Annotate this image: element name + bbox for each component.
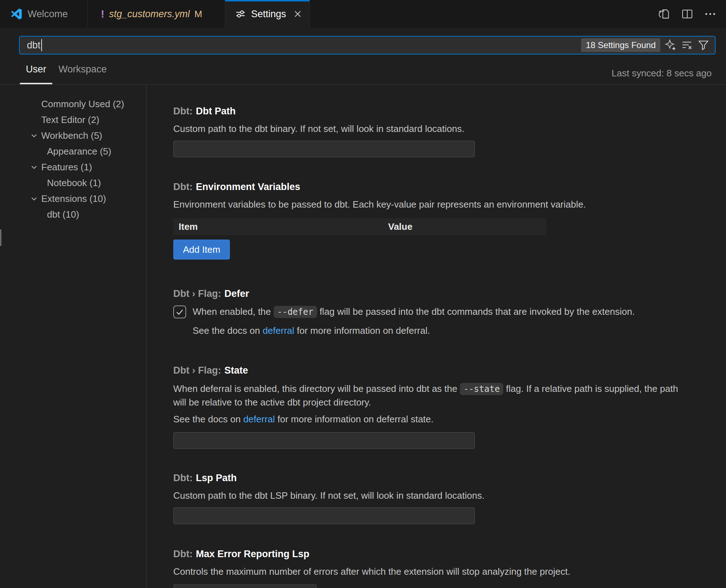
text-cursor [41, 39, 42, 51]
chevron-down-icon [30, 163, 38, 171]
toc-item-commonly-used[interactable]: Commonly Used (2) [0, 96, 146, 112]
setting-description: When enabled, the --defer flag will be p… [193, 305, 635, 318]
settings-toc: Commonly Used (2) Text Editor (2) Workbe… [0, 85, 147, 588]
setting-lsp-path: Dbt:Lsp Path Custom path to the dbt LSP … [173, 473, 692, 524]
search-actions: 18 Settings Found [581, 37, 710, 54]
tab-label: stg_customers.yml [109, 9, 190, 20]
setting-title: Dbt:Lsp Path [173, 473, 692, 483]
setting-max-error-reporting-lsp: Dbt:Max Error Reporting Lsp Controls the… [173, 549, 692, 588]
toc-item-appearance[interactable]: Appearance (5) [0, 143, 146, 159]
tab-user[interactable]: User [20, 64, 52, 84]
more-actions-icon[interactable] [704, 8, 717, 20]
docs-line: See the docs on deferral for more inform… [193, 326, 692, 335]
setting-environment-variables: Dbt:Environment Variables Environment va… [173, 182, 692, 260]
setting-description: Controls the maximum number of errors af… [173, 565, 692, 578]
search-query-text: dbt [27, 40, 41, 51]
vscode-logo-icon [10, 8, 23, 20]
tab-workspace[interactable]: Workspace [52, 64, 113, 84]
open-changes-icon[interactable] [657, 7, 671, 21]
deferral-link[interactable]: deferral [263, 325, 294, 336]
setting-title: Dbt:Dbt Path [173, 106, 692, 116]
editor-tabbar: Welcome ! stg_customers.yml M Settings [0, 0, 726, 28]
chevron-down-icon [30, 195, 38, 203]
setting-title: Dbt › Flag:State [173, 365, 692, 375]
tab-settings[interactable]: Settings [225, 0, 310, 28]
setting-flag-state: Dbt › Flag:State When deferral is enable… [173, 365, 692, 449]
toc-item-features[interactable]: Features (1) [0, 159, 146, 175]
column-header-item: Item [173, 221, 383, 232]
sparkle-filter-icon[interactable] [665, 39, 677, 51]
tab-stg-customers[interactable]: ! stg_customers.yml M [88, 0, 225, 28]
setting-flag-defer: Dbt › Flag:Defer When enabled, the --def… [173, 289, 692, 335]
settings-body: Commonly Used (2) Text Editor (2) Workbe… [0, 85, 726, 588]
code-chip: --state [460, 383, 503, 395]
max-error-reporting-input[interactable] [173, 584, 317, 588]
setting-dbt-path: Dbt:Dbt Path Custom path to the dbt bina… [173, 106, 692, 157]
deferral-link[interactable]: deferral [243, 414, 275, 425]
vscode-window: Welcome ! stg_customers.yml M Settings [0, 0, 726, 588]
clear-search-results-icon[interactable] [681, 39, 693, 51]
setting-description: Environment variables to be passed to db… [173, 198, 692, 211]
setting-title: Dbt:Max Error Reporting Lsp [173, 549, 692, 559]
warning-icon: ! [101, 8, 104, 20]
setting-title: Dbt › Flag:Defer [173, 289, 692, 299]
resize-sash[interactable] [0, 229, 1, 246]
last-synced-label: Last synced: 8 secs ago [612, 68, 716, 84]
tab-welcome[interactable]: Welcome [0, 0, 88, 28]
docs-line: See the docs on deferral for more inform… [173, 414, 692, 424]
results-count-badge: 18 Settings Found [581, 38, 660, 52]
editor-actions [657, 0, 726, 28]
tab-label: Settings [251, 9, 286, 20]
defer-checkbox-row: When enabled, the --defer flag will be p… [173, 305, 692, 318]
split-editor-icon[interactable] [681, 8, 694, 20]
flag-state-input[interactable] [173, 432, 475, 449]
git-modified-badge: M [194, 9, 202, 20]
env-vars-table-header: Item Value [173, 218, 546, 235]
toc-item-text-editor[interactable]: Text Editor (2) [0, 112, 146, 128]
toc-item-dbt[interactable]: dbt (10) [0, 207, 146, 222]
settings-sliders-icon [235, 9, 246, 19]
defer-checkbox[interactable] [173, 305, 186, 318]
settings-search-input[interactable]: dbt 18 Settings Found [19, 36, 716, 54]
setting-description: When deferral is enabled, this directory… [173, 382, 692, 409]
setting-description: Custom path to the dbt binary. If not se… [173, 122, 692, 135]
add-item-button[interactable]: Add Item [173, 240, 230, 260]
filter-icon[interactable] [698, 39, 710, 51]
toc-item-workbench[interactable]: Workbench (5) [0, 128, 146, 143]
setting-title: Dbt:Environment Variables [173, 182, 692, 192]
scope-tabs: User Workspace Last synced: 8 secs ago [20, 54, 716, 84]
setting-description: Custom path to the dbt LSP binary. If no… [173, 489, 692, 502]
toc-item-extensions[interactable]: Extensions (10) [0, 191, 146, 207]
settings-list: Dbt:Dbt Path Custom path to the dbt bina… [147, 85, 726, 588]
toc-item-notebook[interactable]: Notebook (1) [0, 175, 146, 191]
dbt-path-input[interactable] [173, 141, 475, 157]
chevron-down-icon [30, 132, 38, 139]
lsp-path-input[interactable] [173, 507, 475, 524]
settings-header: dbt 18 Settings Found User Workspace Las… [0, 28, 726, 85]
code-chip: --defer [274, 306, 317, 318]
column-header-value: Value [383, 221, 412, 232]
tab-label: Welcome [28, 9, 68, 20]
close-icon[interactable] [292, 9, 303, 19]
